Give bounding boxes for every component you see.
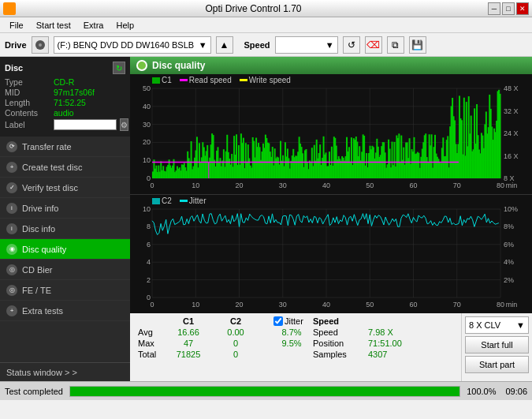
jitter-col-header: Jitter [285,316,303,326]
status-time: 09:06 [505,387,527,396]
sidebar-item-create-test-disc[interactable]: + Create test disc [0,157,130,178]
position-value: 71:51.00 [366,339,414,348]
speed-label: Speed [244,40,270,50]
speed-col-header: Speed [311,316,366,326]
samples-value: 4307 [366,350,414,359]
top-chart-legend: C1 Read speed Write speed [152,76,291,84]
cd-bier-icon: ◎ [6,264,17,275]
sidebar-item-extra-tests[interactable]: + Extra tests [0,301,130,321]
app-icon [3,2,16,15]
contents-label: Contents [5,108,50,118]
c1-legend: C1 [152,76,172,84]
write-speed-legend: Write speed [240,76,291,84]
type-label: Type [5,77,50,87]
disc-quality-header: Disc quality [130,57,532,74]
max-jitter: 9.5% [272,339,311,348]
speed-select[interactable]: ▼ [275,36,338,54]
disc-quality-header-icon [136,60,147,71]
progress-bar-fill [70,387,459,396]
bottom-chart [130,195,532,313]
position-label: Position [311,339,366,348]
top-chart [130,74,532,194]
length-label: Length [5,98,50,107]
jitter-legend: Jitter [180,196,206,205]
type-value: CD-R [54,77,74,87]
samples-label: Samples [311,350,366,359]
avg-c2: 0.00 [212,327,259,337]
fe-te-icon: ◎ [6,285,17,296]
max-c2: 0 [212,339,259,348]
menu-start-test[interactable]: Start test [30,19,77,32]
drive-info-icon: i [6,203,17,214]
status-bar: Test completed 100.0% 09:06 [0,381,532,400]
bottom-chart-legend: C2 Jitter [152,196,206,205]
disc-info-icon: i [6,223,17,234]
menu-help[interactable]: Help [110,19,140,32]
verify-test-disc-icon: ✓ [6,182,17,193]
jitter-legend-color [180,200,188,202]
avg-label: Avg [136,327,165,337]
col-header-c1: C1 [165,316,212,326]
status-text: Test completed [5,387,63,396]
status-window-button[interactable]: Status window > > [0,362,130,381]
minimize-button[interactable]: ─ [488,2,500,15]
disc-quality-icon: ◉ [6,244,17,255]
mid-value: 97m17s06f [54,88,95,97]
sidebar-item-verify-test-disc[interactable]: ✓ Verify test disc [0,178,130,198]
sidebar-item-fe-te[interactable]: ◎ FE / TE [0,280,130,301]
sidebar-item-transfer-rate[interactable]: ⟳ Transfer rate [0,137,130,157]
menu-file[interactable]: File [3,19,30,32]
content-area: Disc quality C1 Read speed [130,57,532,381]
c2-legend: C2 [152,196,172,205]
disc-refresh-button[interactable]: ↻ [113,62,125,74]
total-c2: 0 [212,350,259,359]
max-c1: 47 [165,339,212,348]
length-value: 71:52.25 [54,98,86,107]
mid-label: MID [5,88,50,97]
menu-bar: File Start test Extra Help [0,17,532,33]
window-controls: ─ □ ✕ [488,2,529,15]
sidebar-item-cd-bier[interactable]: ◎ CD Bier [0,260,130,280]
max-label: Max [136,339,165,348]
save-button[interactable]: 💾 [409,36,426,54]
drive-select[interactable]: (F:) BENQ DVD DD DW1640 BSLB ▼ [54,36,211,54]
sidebar-nav: ⟳ Transfer rate + Create test disc ✓ Ver… [0,137,130,362]
title-bar: Opti Drive Control 1.70 ─ □ ✕ [0,0,532,17]
close-button[interactable]: ✕ [516,2,529,15]
drive-bar: Drive (F:) BENQ DVD DD DW1640 BSLB ▼ ▲ S… [0,33,532,57]
app-title: Opti Drive Control 1.70 [19,3,488,14]
eject-button[interactable]: ▲ [216,36,233,54]
contents-value: audio [54,108,74,118]
transfer-rate-icon: ⟳ [6,141,17,152]
sidebar-item-disc-quality[interactable]: ◉ Disc quality [0,239,130,260]
right-controls: 8 X CLV ▼ Start full Start part [461,313,532,381]
col-header-c2: C2 [212,316,259,326]
drive-icon-btn [32,36,49,54]
stats-grid: C1 C2 Jitter Speed Avg 16.66 0.00 [136,316,455,359]
erase-button[interactable]: ⌫ [365,36,382,54]
progress-bar [69,386,460,397]
label-gear-button[interactable]: ⚙ [120,118,128,131]
label-input[interactable] [54,119,117,130]
copy-button[interactable]: ⧉ [387,36,404,54]
create-test-disc-icon: + [6,162,17,173]
sidebar-item-drive-info[interactable]: i Drive info [0,198,130,219]
jitter-checkbox[interactable] [273,316,283,326]
start-part-button[interactable]: Start part [465,356,529,373]
main-area: Disc ↻ Type CD-R MID 97m17s06f Length 71… [0,57,532,381]
disc-quality-title: Disc quality [152,60,205,71]
col-header-empty [136,316,165,326]
maximize-button[interactable]: □ [502,2,515,15]
total-label: Total [136,350,165,359]
read-speed-legend: Read speed [180,76,232,84]
menu-extra[interactable]: Extra [77,19,110,32]
sidebar-item-disc-info[interactable]: i Disc info [0,219,130,239]
disc-info-panel: Disc ↻ Type CD-R MID 97m17s06f Length 71… [0,57,130,137]
refresh-button[interactable]: ↺ [343,36,360,54]
avg-c1: 16.66 [165,327,212,337]
speed-label: Speed [311,327,366,337]
svg-point-1 [39,43,42,47]
drive-label: Drive [5,40,27,50]
start-full-button[interactable]: Start full [465,336,529,354]
clv-select[interactable]: 8 X CLV ▼ [465,316,529,334]
